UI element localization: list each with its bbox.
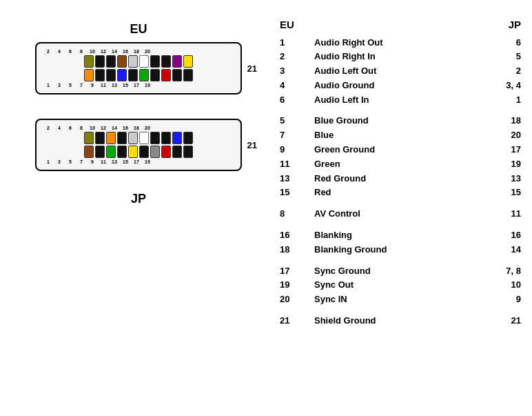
table-row: 6 Audio Left In 1 [280, 93, 521, 108]
table-row: 21 Shield Ground 21 [280, 314, 521, 328]
header-jp: JP [487, 19, 521, 30]
eu-bottom-pins [42, 69, 235, 81]
table-header: EU JP [280, 19, 521, 30]
eu-side-num: 21 [247, 63, 257, 73]
pin-jp-11 [139, 146, 149, 158]
header-name [314, 19, 487, 30]
table-row: 19 Sync Out 10 [280, 278, 521, 293]
jp-connector-body: 2 4 6 8 10 12 14 16 18 20 [35, 119, 242, 171]
table-row: 3 Audio Left Out 2 [280, 64, 521, 79]
pin-jp-14 [150, 132, 160, 144]
pin-eu-2 [84, 55, 94, 68]
pin-jp-17 [172, 146, 182, 158]
pin-jp-4 [95, 132, 105, 144]
table-row: 5 Blue Ground 18 [280, 114, 521, 128]
pin-eu-19 [183, 69, 193, 81]
pin-jp-18 [172, 132, 182, 144]
pin-jp-8 [117, 132, 127, 144]
jp-top-pins [42, 132, 235, 144]
pin-jp-1 [84, 146, 94, 158]
pin-eu-6 [106, 55, 116, 68]
table-row: 2 Audio Right In 5 [280, 50, 521, 64]
pin-jp-2 [84, 132, 94, 144]
spacer-4 [280, 257, 521, 264]
group-colors: 5 Blue Ground 18 7 Blue 20 9 Green Groun… [280, 114, 521, 200]
pin-jp-20 [183, 132, 193, 144]
connectors-section: EU 2 4 6 8 10 12 14 16 18 20 [11, 15, 266, 402]
spacer-3 [280, 221, 521, 228]
jp-connector-wrapper: 2 4 6 8 10 12 14 16 18 20 [35, 119, 242, 171]
main-container: EU 2 4 6 8 10 12 14 16 18 20 [4, 8, 528, 408]
eu-label: EU [130, 22, 147, 37]
table-row: 8 AV Control 11 [280, 207, 521, 221]
table-row: 16 Blanking 16 [280, 228, 521, 243]
pin-eu-10 [128, 55, 138, 68]
eu-top-numbers: 2 4 6 8 10 12 14 16 18 20 [42, 49, 235, 54]
table-row: 17 Sync Ground 7, 8 [280, 264, 521, 279]
pin-eu-5 [106, 69, 116, 81]
pin-eu-18 [172, 55, 182, 68]
pin-jp-7 [117, 146, 127, 158]
jp-label: JP [131, 192, 146, 206]
table-row: 13 Red Ground 13 [280, 172, 521, 186]
pin-eu-12 [139, 55, 149, 68]
pin-eu-9 [128, 69, 138, 81]
pin-eu-1 [84, 69, 94, 81]
group-audio: 1 Audio Right Out 6 2 Audio Right In 5 3… [280, 36, 521, 108]
pin-eu-7 [117, 69, 127, 81]
eu-top-pins [42, 55, 235, 68]
jp-side-num: 21 [247, 139, 257, 150]
table-row: 4 Audio Ground 3, 4 [280, 79, 521, 93]
table-row: 20 Sync IN 9 [280, 293, 521, 307]
pin-eu-20 [183, 55, 193, 68]
table-row: 18 Blanking Ground 14 [280, 243, 521, 257]
eu-connector-body: 2 4 6 8 10 12 14 16 18 20 [35, 42, 242, 95]
eu-connector-wrapper: 2 4 6 8 10 12 14 16 18 20 [35, 42, 242, 95]
group-blanking: 16 Blanking 16 18 Blanking Ground 14 [280, 228, 521, 257]
pin-jp-5 [106, 146, 116, 158]
jp-bottom-pins [42, 146, 235, 158]
table-section: EU JP 1 Audio Right Out 6 2 Audio Right … [266, 15, 521, 402]
pin-jp-13 [150, 146, 160, 158]
jp-bottom-numbers: 1 3 5 7 9 11 13 15 17 19 [42, 159, 235, 164]
table-row: 11 Green 19 [280, 157, 521, 172]
pin-jp-12 [139, 132, 149, 144]
pin-jp-6 [106, 132, 116, 144]
table-row: 1 Audio Right Out 6 [280, 36, 521, 50]
pin-jp-3 [95, 146, 105, 158]
pin-jp-9 [128, 146, 138, 158]
table-row: 15 Red 15 [280, 186, 521, 200]
spacer-1 [280, 107, 521, 114]
table-row: 7 Blue 20 [280, 128, 521, 143]
table-row: 9 Green Ground 17 [280, 143, 521, 157]
pin-eu-13 [150, 69, 160, 81]
group-av: 8 AV Control 11 [280, 207, 521, 221]
spacer-2 [280, 200, 521, 207]
pin-jp-15 [161, 146, 171, 158]
pin-eu-15 [161, 69, 171, 81]
pin-eu-17 [172, 69, 182, 81]
pin-eu-8 [117, 55, 127, 68]
pin-eu-14 [150, 55, 160, 68]
group-sync: 17 Sync Ground 7, 8 19 Sync Out 10 20 Sy… [280, 264, 521, 307]
pin-eu-3 [95, 69, 105, 81]
pin-eu-4 [95, 55, 105, 68]
eu-bottom-numbers: 1 3 5 7 9 11 13 15 17 19 [42, 83, 235, 88]
pin-eu-16 [161, 55, 171, 68]
group-shield: 21 Shield Ground 21 [280, 314, 521, 328]
header-eu: EU [280, 19, 314, 30]
pin-eu-11 [139, 69, 149, 81]
pin-jp-10 [128, 132, 138, 144]
pin-jp-16 [161, 132, 171, 144]
spacer-5 [280, 307, 521, 314]
jp-top-numbers: 2 4 6 8 10 12 14 16 18 20 [42, 126, 235, 130]
pin-jp-19 [183, 146, 193, 158]
